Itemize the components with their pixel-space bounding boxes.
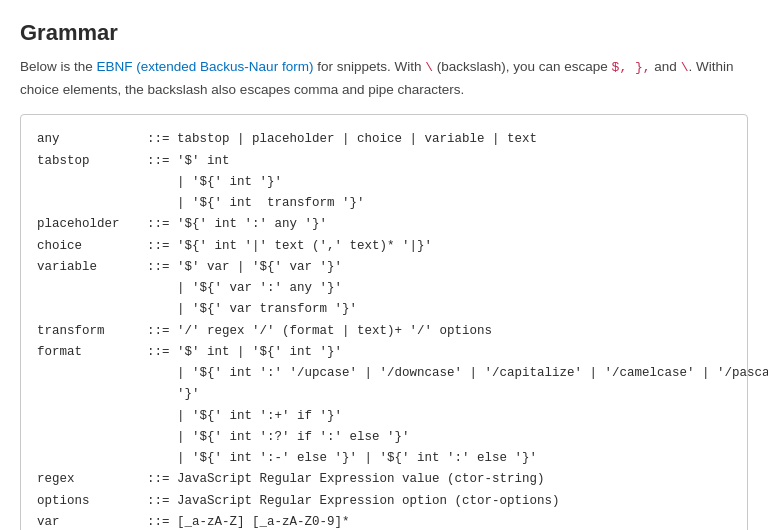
grammar-rule-any: any ::= tabstop | placeholder | choice |… — [37, 129, 731, 150]
rule-body-tabstop-alt1: | '${' int '}' — [147, 172, 282, 193]
rule-body-tabstop: ::= '$' int — [147, 151, 230, 172]
rule-body-format-alt1b: '}' — [147, 384, 200, 405]
rule-name-placeholder: placeholder — [37, 214, 147, 235]
rule-name-options: options — [37, 491, 147, 512]
rule-body-format: ::= '$' int | '${' int '}' — [147, 342, 342, 363]
rule-name-any: any — [37, 129, 147, 150]
grammar-rule-placeholder: placeholder ::= '${' int ':' any '}' — [37, 214, 731, 235]
rule-body-format-alt3: | '${' int ':?' if ':' else '}' — [147, 427, 410, 448]
backslash-code: \ — [425, 60, 433, 75]
rule-name-format-alt4 — [37, 448, 147, 469]
rule-body-placeholder: ::= '${' int ':' any '}' — [147, 214, 327, 235]
escape-chars-code: $, }, — [612, 60, 651, 75]
grammar-rule-transform: transform ::= '/' regex '/' (format | te… — [37, 321, 731, 342]
rule-body-format-alt4: | '${' int ':-' else '}' | '${' int ':' … — [147, 448, 537, 469]
grammar-rule-choice: choice ::= '${' int '|' text (',' text)*… — [37, 236, 731, 257]
grammar-rule-format: format ::= '$' int | '${' int '}' — [37, 342, 731, 363]
rule-body-options: ::= JavaScript Regular Expression option… — [147, 491, 560, 512]
grammar-rule-variable-alt1: | '${' var ':' any '}' — [37, 278, 731, 299]
rule-body-variable-alt1: | '${' var ':' any '}' — [147, 278, 342, 299]
rule-name-variable: variable — [37, 257, 147, 278]
rule-body-tabstop-alt2: | '${' int transform '}' — [147, 193, 365, 214]
grammar-rule-var: var ::= [_a-zA-Z] [_a-zA-Z0-9]* — [37, 512, 731, 530]
rule-name-format: format — [37, 342, 147, 363]
rule-body-variable-alt2: | '${' var transform '}' — [147, 299, 357, 320]
grammar-rule-format-alt3: | '${' int ':?' if ':' else '}' — [37, 427, 731, 448]
ebnf-link: EBNF (extended Backus-Naur form) — [97, 59, 314, 74]
intro-paragraph: Below is the EBNF (extended Backus-Naur … — [20, 56, 748, 100]
backslash2-code: \ — [681, 60, 689, 75]
rule-name-choice: choice — [37, 236, 147, 257]
rule-body-format-alt1: | '${' int ':' '/upcase' | '/downcase' |… — [147, 363, 768, 384]
rule-body-any: ::= tabstop | placeholder | choice | var… — [147, 129, 537, 150]
rule-body-variable: ::= '$' var | '${' var '}' — [147, 257, 342, 278]
grammar-box: any ::= tabstop | placeholder | choice |… — [20, 114, 748, 530]
rule-name-regex: regex — [37, 469, 147, 490]
rule-name-tabstop-alt1 — [37, 172, 147, 193]
rule-body-format-alt2: | '${' int ':+' if '}' — [147, 406, 342, 427]
rule-name-variable-alt2 — [37, 299, 147, 320]
grammar-rule-format-alt4: | '${' int ':-' else '}' | '${' int ':' … — [37, 448, 731, 469]
grammar-rule-variable: variable ::= '$' var | '${' var '}' — [37, 257, 731, 278]
rule-name-format-alt1 — [37, 363, 147, 384]
rule-body-regex: ::= JavaScript Regular Expression value … — [147, 469, 545, 490]
rule-name-format-alt3 — [37, 427, 147, 448]
grammar-rule-format-alt2: | '${' int ':+' if '}' — [37, 406, 731, 427]
grammar-rule-options: options ::= JavaScript Regular Expressio… — [37, 491, 731, 512]
rule-body-transform: ::= '/' regex '/' (format | text)+ '/' o… — [147, 321, 492, 342]
rule-name-transform: transform — [37, 321, 147, 342]
rule-name-format-alt2 — [37, 406, 147, 427]
grammar-rule-format-alt1: | '${' int ':' '/upcase' | '/downcase' |… — [37, 363, 731, 384]
grammar-rule-format-alt1b: '}' — [37, 384, 731, 405]
rule-body-choice: ::= '${' int '|' text (',' text)* '|}' — [147, 236, 432, 257]
grammar-rule-regex: regex ::= JavaScript Regular Expression … — [37, 469, 731, 490]
rule-name-format-alt1b — [37, 384, 147, 405]
grammar-rule-variable-alt2: | '${' var transform '}' — [37, 299, 731, 320]
rule-name-tabstop: tabstop — [37, 151, 147, 172]
rule-name-variable-alt1 — [37, 278, 147, 299]
rule-body-var: ::= [_a-zA-Z] [_a-zA-Z0-9]* — [147, 512, 350, 530]
grammar-rule-tabstop-alt2: | '${' int transform '}' — [37, 193, 731, 214]
grammar-rule-tabstop: tabstop ::= '$' int — [37, 151, 731, 172]
grammar-rule-tabstop-alt1: | '${' int '}' — [37, 172, 731, 193]
rule-name-var: var — [37, 512, 147, 530]
page-title: Grammar — [20, 20, 748, 46]
rule-name-tabstop-alt2 — [37, 193, 147, 214]
